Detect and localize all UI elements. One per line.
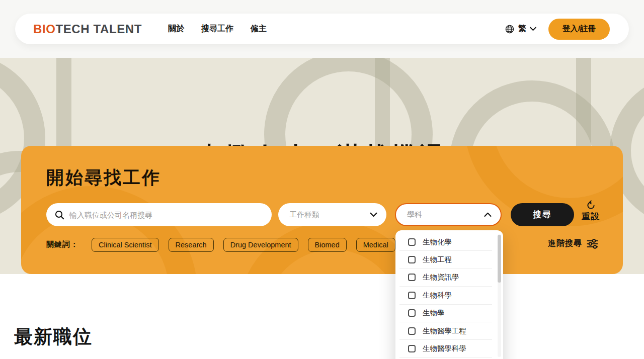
hero-section: 盡攬人才 滿載機遇 開始尋找工作 工作種類	[0, 58, 644, 274]
globe-icon	[505, 24, 515, 34]
subject-option[interactable]: 生物醫學工程	[399, 322, 492, 340]
latest-jobs-section: 最新職位	[0, 274, 644, 359]
header-right: 繁 登入/註冊	[505, 19, 610, 40]
checkbox-unchecked[interactable]	[408, 256, 416, 263]
page: BIOTECH TALENT 關於搜尋工作僱主 繁	[0, 0, 644, 359]
subject-option-label: 生物工程	[423, 255, 452, 264]
chevron-down-icon	[530, 27, 536, 31]
subject-option[interactable]: 生物化學	[399, 233, 492, 251]
subject-option[interactable]: 生物工程	[399, 251, 492, 268]
keyword-chips: Clinical ScientistResearchDrug Developme…	[92, 237, 434, 252]
checkbox-unchecked[interactable]	[408, 309, 416, 317]
subject-dropdown-panel: 生物化學 生物工程 生物資訊學 生物科學	[395, 230, 503, 359]
subject-option-label: 生物資訊學	[423, 273, 459, 282]
nav-item[interactable]: 僱主	[251, 24, 267, 34]
search-button[interactable]: 搜尋	[511, 203, 574, 226]
keyword-chip[interactable]: Research	[169, 238, 214, 252]
card-decor-ring	[21, 186, 197, 274]
main-nav: 關於搜尋工作僱主	[168, 24, 267, 34]
keyword-chip[interactable]: Clinical Scientist	[92, 238, 159, 252]
keywords-label: 關鍵詞：	[46, 240, 78, 249]
subject-option-label: 生物科學	[423, 291, 452, 300]
dropdown-scrollbar-thumb[interactable]	[498, 235, 501, 283]
logo-rest-text: TECH TALENT	[55, 22, 141, 36]
subject-select-label: 學科	[407, 210, 422, 220]
subject-option[interactable]: 生物科學	[399, 287, 492, 304]
keywords-row: 關鍵詞： Clinical ScientistResearchDrug Deve…	[46, 237, 434, 252]
subject-option-label: 生物化學	[423, 237, 452, 247]
dropdown-scrollbar[interactable]	[498, 234, 501, 357]
chevron-down-icon	[370, 212, 377, 217]
language-label: 繁	[518, 24, 526, 34]
subject-option[interactable]: 生物資訊學	[399, 269, 492, 287]
login-button[interactable]: 登入/註冊	[548, 19, 610, 40]
reset-label: 重設	[582, 211, 600, 222]
checkbox-unchecked[interactable]	[408, 274, 416, 281]
keyword-chip[interactable]: Drug Development	[223, 238, 298, 252]
checkbox-unchecked[interactable]	[408, 292, 416, 299]
keyword-search-field	[46, 203, 272, 226]
logo[interactable]: BIOTECH TALENT	[33, 22, 142, 36]
subject-option-label: 生物學	[423, 308, 445, 318]
checkbox-unchecked[interactable]	[408, 327, 416, 335]
checkbox-unchecked[interactable]	[408, 238, 416, 246]
subject-options: 生物化學 生物工程 生物資訊學 生物科學	[399, 233, 492, 358]
header-bar: BIOTECH TALENT 關於搜尋工作僱主 繁	[15, 14, 629, 44]
subject-option[interactable]: 生物學	[399, 305, 492, 322]
subject-option-label: 生物醫學工程	[423, 326, 466, 336]
keyword-chip[interactable]: Biomed	[308, 238, 347, 252]
logo-accent-text: BIO	[33, 22, 55, 36]
latest-jobs-heading: 最新職位	[14, 324, 93, 349]
search-card-heading: 開始尋找工作	[46, 166, 161, 190]
reset-icon	[586, 200, 596, 211]
job-type-select-label: 工作種類	[289, 210, 319, 220]
subject-select[interactable]: 學科	[395, 203, 502, 226]
checkbox-unchecked[interactable]	[408, 345, 416, 352]
reset-button[interactable]: 重設	[578, 200, 604, 222]
search-card: 開始尋找工作 工作種類 學科	[21, 146, 623, 274]
chevron-up-icon	[484, 212, 492, 217]
nav-item[interactable]: 搜尋工作	[201, 24, 233, 34]
advanced-search-link[interactable]: 進階搜尋	[548, 238, 598, 249]
subject-option-label: 生物醫學科學	[423, 344, 466, 353]
advanced-search-label: 進階搜尋	[548, 238, 582, 249]
nav-item[interactable]: 關於	[168, 24, 184, 34]
search-input[interactable]	[69, 211, 264, 219]
keyword-chip[interactable]: Medical	[356, 238, 395, 252]
language-selector[interactable]: 繁	[505, 24, 536, 34]
subject-option[interactable]: 生物醫學科學	[399, 340, 492, 357]
search-icon	[55, 210, 64, 220]
sliders-icon	[587, 239, 598, 249]
job-type-select[interactable]: 工作種類	[278, 203, 386, 226]
